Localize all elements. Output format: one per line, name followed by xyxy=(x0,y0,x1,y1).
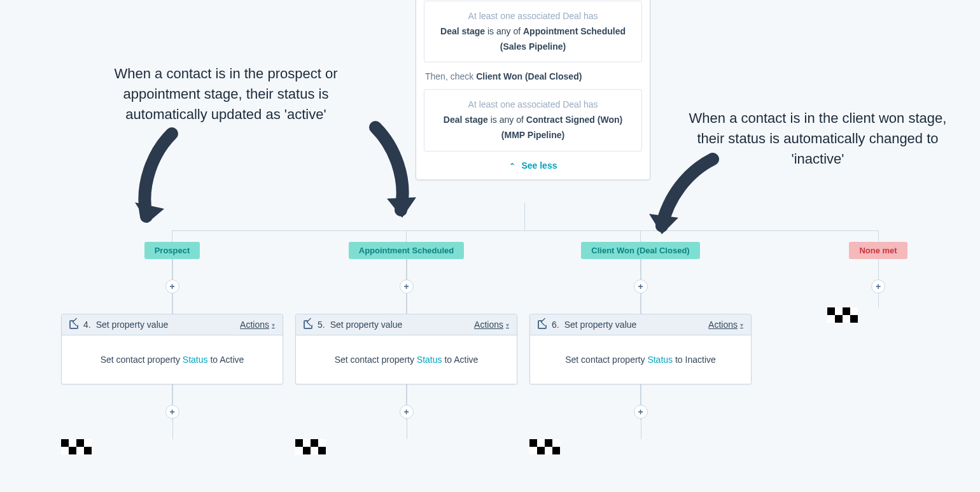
branch-badge: Client Won (Deal Closed) xyxy=(581,242,699,259)
action-card[interactable]: 6. Set property value Actions ▾ Set cont… xyxy=(529,314,752,384)
branch-badge: Prospect xyxy=(144,242,200,259)
property-value: Active xyxy=(220,355,244,365)
annotation-right: When a contact is in the client won stag… xyxy=(684,108,951,169)
finish-flag-icon xyxy=(529,439,752,454)
caret-down-icon: ▾ xyxy=(506,321,509,328)
property-value: Active xyxy=(454,355,478,365)
action-card-body: Set contact property Status to Active xyxy=(62,335,283,384)
edit-icon xyxy=(69,320,78,329)
add-step-button[interactable]: + xyxy=(165,279,179,293)
add-step-button[interactable]: + xyxy=(400,405,414,419)
action-number: 6. xyxy=(552,320,559,330)
action-card-header: 5. Set property value Actions ▾ xyxy=(296,314,517,335)
add-step-button[interactable]: + xyxy=(634,405,648,419)
actions-dropdown[interactable]: Actions ▾ xyxy=(240,320,275,330)
action-card[interactable]: 5. Set property value Actions ▾ Set cont… xyxy=(295,314,517,384)
finish-flag-icon xyxy=(827,307,929,323)
connector-stub xyxy=(524,202,525,230)
action-title: Set property value xyxy=(96,320,169,330)
action-title: Set property value xyxy=(330,320,403,330)
action-card-body: Set contact property Status to Active xyxy=(296,335,517,384)
branch-client-won: Client Won (Deal Closed) + 6. Set proper… xyxy=(529,0,752,454)
action-card-header: 6. Set property value Actions ▾ xyxy=(530,314,751,335)
action-card-body: Set contact property Status to Inactive xyxy=(530,335,751,384)
actions-dropdown[interactable]: Actions ▾ xyxy=(474,320,509,330)
add-step-button[interactable]: + xyxy=(871,279,885,293)
finish-flag-icon xyxy=(61,439,283,454)
add-step-button[interactable]: + xyxy=(634,279,648,293)
actions-dropdown[interactable]: Actions ▾ xyxy=(708,320,743,330)
actions-label: Actions xyxy=(708,320,738,330)
add-step-button[interactable]: + xyxy=(400,279,414,293)
finish-flag-icon xyxy=(295,439,517,454)
caret-down-icon: ▾ xyxy=(272,321,275,328)
action-card-header: 4. Set property value Actions ▾ xyxy=(62,314,283,335)
action-title: Set property value xyxy=(564,320,637,330)
edit-icon xyxy=(538,320,547,329)
caret-down-icon: ▾ xyxy=(740,321,743,328)
property-name: Status xyxy=(417,355,442,365)
add-step-button[interactable]: + xyxy=(165,405,179,419)
property-name: Status xyxy=(183,355,208,365)
actions-label: Actions xyxy=(240,320,269,330)
action-number: 4. xyxy=(83,320,91,330)
branch-badge: Appointment Scheduled xyxy=(349,242,465,259)
action-card[interactable]: 4. Set property value Actions ▾ Set cont… xyxy=(61,314,283,384)
action-number: 5. xyxy=(318,320,325,330)
property-name: Status xyxy=(647,355,673,365)
edit-icon xyxy=(304,320,312,329)
property-value: Inactive xyxy=(685,355,716,365)
actions-label: Actions xyxy=(474,320,503,330)
annotation-left: When a contact is in the prospect or app… xyxy=(89,64,363,125)
branch-badge-none: None met xyxy=(849,242,907,259)
